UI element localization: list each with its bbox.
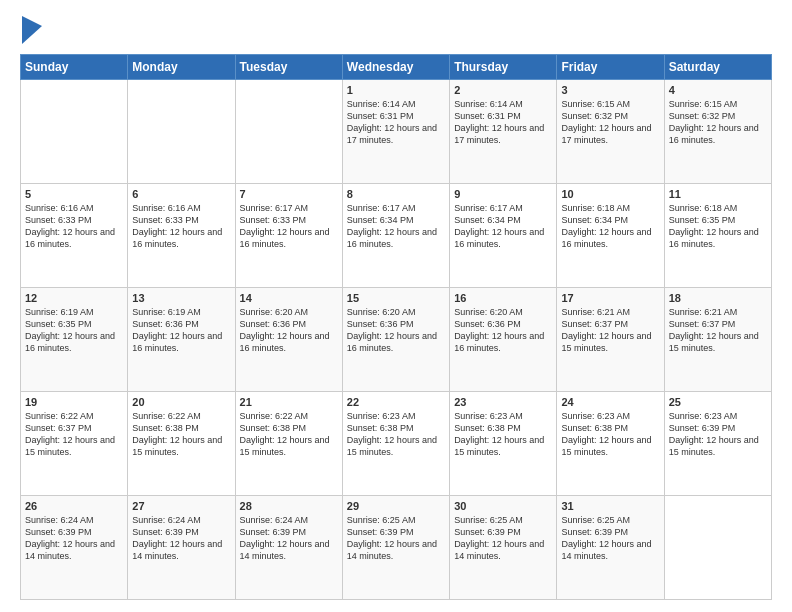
calendar-cell: 2Sunrise: 6:14 AM Sunset: 6:31 PM Daylig…	[450, 80, 557, 184]
day-number: 20	[132, 396, 230, 408]
calendar-cell: 4Sunrise: 6:15 AM Sunset: 6:32 PM Daylig…	[664, 80, 771, 184]
weekday-header-monday: Monday	[128, 55, 235, 80]
day-info: Sunrise: 6:22 AM Sunset: 6:38 PM Dayligh…	[132, 410, 230, 459]
day-number: 13	[132, 292, 230, 304]
calendar-cell: 20Sunrise: 6:22 AM Sunset: 6:38 PM Dayli…	[128, 392, 235, 496]
calendar-cell	[235, 80, 342, 184]
day-info: Sunrise: 6:21 AM Sunset: 6:37 PM Dayligh…	[669, 306, 767, 355]
calendar-cell: 21Sunrise: 6:22 AM Sunset: 6:38 PM Dayli…	[235, 392, 342, 496]
day-info: Sunrise: 6:16 AM Sunset: 6:33 PM Dayligh…	[25, 202, 123, 251]
calendar-cell: 23Sunrise: 6:23 AM Sunset: 6:38 PM Dayli…	[450, 392, 557, 496]
calendar-cell: 1Sunrise: 6:14 AM Sunset: 6:31 PM Daylig…	[342, 80, 449, 184]
day-number: 27	[132, 500, 230, 512]
logo	[20, 16, 42, 44]
calendar-week-row: 26Sunrise: 6:24 AM Sunset: 6:39 PM Dayli…	[21, 496, 772, 600]
calendar-cell: 19Sunrise: 6:22 AM Sunset: 6:37 PM Dayli…	[21, 392, 128, 496]
day-info: Sunrise: 6:24 AM Sunset: 6:39 PM Dayligh…	[25, 514, 123, 563]
day-number: 19	[25, 396, 123, 408]
calendar-week-row: 19Sunrise: 6:22 AM Sunset: 6:37 PM Dayli…	[21, 392, 772, 496]
day-info: Sunrise: 6:17 AM Sunset: 6:33 PM Dayligh…	[240, 202, 338, 251]
calendar-cell: 15Sunrise: 6:20 AM Sunset: 6:36 PM Dayli…	[342, 288, 449, 392]
calendar-cell: 11Sunrise: 6:18 AM Sunset: 6:35 PM Dayli…	[664, 184, 771, 288]
calendar-week-row: 5Sunrise: 6:16 AM Sunset: 6:33 PM Daylig…	[21, 184, 772, 288]
calendar-week-row: 12Sunrise: 6:19 AM Sunset: 6:35 PM Dayli…	[21, 288, 772, 392]
calendar-cell: 16Sunrise: 6:20 AM Sunset: 6:36 PM Dayli…	[450, 288, 557, 392]
day-info: Sunrise: 6:23 AM Sunset: 6:38 PM Dayligh…	[454, 410, 552, 459]
calendar-cell	[128, 80, 235, 184]
day-number: 31	[561, 500, 659, 512]
calendar-cell: 17Sunrise: 6:21 AM Sunset: 6:37 PM Dayli…	[557, 288, 664, 392]
day-info: Sunrise: 6:23 AM Sunset: 6:38 PM Dayligh…	[347, 410, 445, 459]
calendar-cell: 30Sunrise: 6:25 AM Sunset: 6:39 PM Dayli…	[450, 496, 557, 600]
day-info: Sunrise: 6:22 AM Sunset: 6:37 PM Dayligh…	[25, 410, 123, 459]
day-number: 21	[240, 396, 338, 408]
day-number: 12	[25, 292, 123, 304]
day-info: Sunrise: 6:21 AM Sunset: 6:37 PM Dayligh…	[561, 306, 659, 355]
svg-marker-0	[22, 16, 42, 44]
day-number: 25	[669, 396, 767, 408]
calendar-cell: 22Sunrise: 6:23 AM Sunset: 6:38 PM Dayli…	[342, 392, 449, 496]
day-info: Sunrise: 6:20 AM Sunset: 6:36 PM Dayligh…	[454, 306, 552, 355]
day-info: Sunrise: 6:14 AM Sunset: 6:31 PM Dayligh…	[454, 98, 552, 147]
logo-text	[20, 16, 42, 44]
day-info: Sunrise: 6:24 AM Sunset: 6:39 PM Dayligh…	[132, 514, 230, 563]
logo-icon	[22, 16, 42, 44]
day-number: 5	[25, 188, 123, 200]
calendar-cell: 12Sunrise: 6:19 AM Sunset: 6:35 PM Dayli…	[21, 288, 128, 392]
weekday-header-row: SundayMondayTuesdayWednesdayThursdayFrid…	[21, 55, 772, 80]
calendar-cell: 6Sunrise: 6:16 AM Sunset: 6:33 PM Daylig…	[128, 184, 235, 288]
day-number: 14	[240, 292, 338, 304]
page: SundayMondayTuesdayWednesdayThursdayFrid…	[0, 0, 792, 612]
header	[20, 16, 772, 44]
day-number: 24	[561, 396, 659, 408]
calendar-cell: 26Sunrise: 6:24 AM Sunset: 6:39 PM Dayli…	[21, 496, 128, 600]
day-info: Sunrise: 6:14 AM Sunset: 6:31 PM Dayligh…	[347, 98, 445, 147]
calendar-cell: 13Sunrise: 6:19 AM Sunset: 6:36 PM Dayli…	[128, 288, 235, 392]
calendar-cell: 5Sunrise: 6:16 AM Sunset: 6:33 PM Daylig…	[21, 184, 128, 288]
day-info: Sunrise: 6:17 AM Sunset: 6:34 PM Dayligh…	[454, 202, 552, 251]
calendar-cell: 8Sunrise: 6:17 AM Sunset: 6:34 PM Daylig…	[342, 184, 449, 288]
day-number: 16	[454, 292, 552, 304]
calendar-cell: 28Sunrise: 6:24 AM Sunset: 6:39 PM Dayli…	[235, 496, 342, 600]
day-number: 6	[132, 188, 230, 200]
day-number: 3	[561, 84, 659, 96]
day-info: Sunrise: 6:24 AM Sunset: 6:39 PM Dayligh…	[240, 514, 338, 563]
day-number: 4	[669, 84, 767, 96]
calendar-cell	[664, 496, 771, 600]
day-number: 18	[669, 292, 767, 304]
calendar-table: SundayMondayTuesdayWednesdayThursdayFrid…	[20, 54, 772, 600]
day-number: 30	[454, 500, 552, 512]
day-number: 8	[347, 188, 445, 200]
calendar-week-row: 1Sunrise: 6:14 AM Sunset: 6:31 PM Daylig…	[21, 80, 772, 184]
day-number: 28	[240, 500, 338, 512]
day-info: Sunrise: 6:25 AM Sunset: 6:39 PM Dayligh…	[347, 514, 445, 563]
day-info: Sunrise: 6:22 AM Sunset: 6:38 PM Dayligh…	[240, 410, 338, 459]
calendar-cell: 18Sunrise: 6:21 AM Sunset: 6:37 PM Dayli…	[664, 288, 771, 392]
day-info: Sunrise: 6:25 AM Sunset: 6:39 PM Dayligh…	[561, 514, 659, 563]
weekday-header-wednesday: Wednesday	[342, 55, 449, 80]
day-number: 9	[454, 188, 552, 200]
day-number: 22	[347, 396, 445, 408]
calendar-cell: 10Sunrise: 6:18 AM Sunset: 6:34 PM Dayli…	[557, 184, 664, 288]
day-info: Sunrise: 6:18 AM Sunset: 6:35 PM Dayligh…	[669, 202, 767, 251]
calendar-cell: 3Sunrise: 6:15 AM Sunset: 6:32 PM Daylig…	[557, 80, 664, 184]
calendar-cell: 24Sunrise: 6:23 AM Sunset: 6:38 PM Dayli…	[557, 392, 664, 496]
calendar-cell: 14Sunrise: 6:20 AM Sunset: 6:36 PM Dayli…	[235, 288, 342, 392]
weekday-header-sunday: Sunday	[21, 55, 128, 80]
day-info: Sunrise: 6:23 AM Sunset: 6:38 PM Dayligh…	[561, 410, 659, 459]
day-info: Sunrise: 6:25 AM Sunset: 6:39 PM Dayligh…	[454, 514, 552, 563]
calendar-cell: 31Sunrise: 6:25 AM Sunset: 6:39 PM Dayli…	[557, 496, 664, 600]
day-number: 2	[454, 84, 552, 96]
day-info: Sunrise: 6:20 AM Sunset: 6:36 PM Dayligh…	[240, 306, 338, 355]
day-number: 10	[561, 188, 659, 200]
day-info: Sunrise: 6:15 AM Sunset: 6:32 PM Dayligh…	[669, 98, 767, 147]
day-number: 7	[240, 188, 338, 200]
calendar-cell: 7Sunrise: 6:17 AM Sunset: 6:33 PM Daylig…	[235, 184, 342, 288]
day-info: Sunrise: 6:15 AM Sunset: 6:32 PM Dayligh…	[561, 98, 659, 147]
calendar-cell: 25Sunrise: 6:23 AM Sunset: 6:39 PM Dayli…	[664, 392, 771, 496]
day-info: Sunrise: 6:18 AM Sunset: 6:34 PM Dayligh…	[561, 202, 659, 251]
day-number: 26	[25, 500, 123, 512]
weekday-header-tuesday: Tuesday	[235, 55, 342, 80]
weekday-header-thursday: Thursday	[450, 55, 557, 80]
day-number: 15	[347, 292, 445, 304]
